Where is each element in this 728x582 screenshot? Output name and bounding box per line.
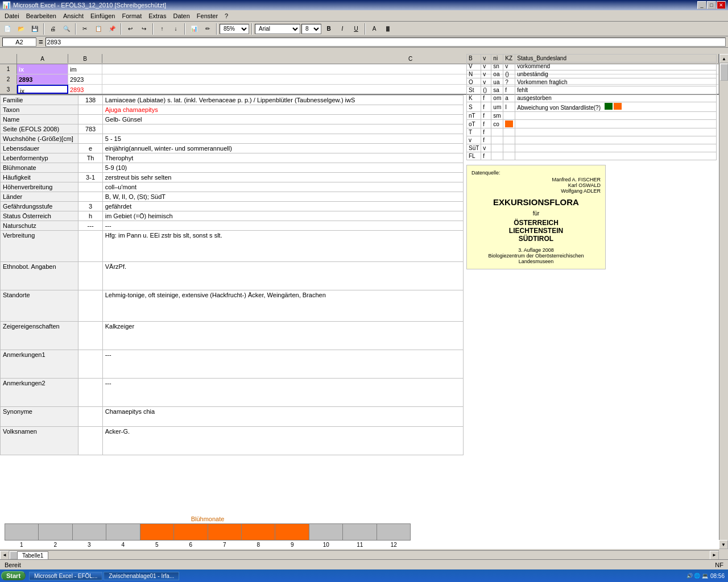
- start-button[interactable]: Start: [1, 571, 26, 580]
- val-om: om: [491, 94, 503, 102]
- menu-datei[interactable]: Datei: [1, 11, 23, 20]
- save-button[interactable]: 💾: [28, 23, 41, 35]
- window-title: Microsoft Excel - EFÖLS3_12_2010 [Schrei…: [13, 2, 166, 9]
- extra-nt: [503, 112, 515, 120]
- formula-bar: =: [0, 36, 728, 48]
- hohenverbreitung-row: Höhenverbreitung coll–u'mont: [1, 182, 464, 192]
- month-6: [174, 524, 208, 540]
- scroll-left-button[interactable]: ◄: [0, 551, 9, 560]
- taskbar-excel[interactable]: Microsoft Excel - EFÖL...: [29, 572, 102, 580]
- scroll-right-button[interactable]: ►: [710, 551, 719, 560]
- orange-indicator: [614, 103, 622, 110]
- menu-fenster[interactable]: Fenster: [193, 11, 221, 20]
- calendar-numbers: 1 2 3 4 5 6 7 8 9 10 11 12: [5, 542, 411, 548]
- scroll-up-button[interactable]: ▲: [719, 54, 728, 63]
- minimize-button[interactable]: _: [697, 1, 706, 9]
- taxon-code: [78, 105, 102, 115]
- status-row-s: S f um I Abweichung von Standardliste(?): [467, 102, 717, 112]
- gefahrdungsstufe-row: Gefährdungsstufe 3 gefährdet: [1, 202, 464, 211]
- font-select[interactable]: Arial: [255, 24, 300, 34]
- menu-format[interactable]: Format: [118, 11, 145, 20]
- wuchshohe-row: Wuchshöhe (-Größe)[cm] 5 - 15: [1, 134, 464, 144]
- draw-button[interactable]: ✏: [201, 23, 214, 35]
- cell-a3[interactable]: ix: [17, 85, 68, 94]
- zoom-select[interactable]: 85% 100%: [220, 24, 249, 34]
- redo-button[interactable]: ↪: [138, 23, 150, 35]
- open-button[interactable]: 📂: [15, 23, 27, 35]
- print-button[interactable]: 🖨: [47, 23, 59, 35]
- new-button[interactable]: 📄: [1, 23, 14, 35]
- cell-a2[interactable]: 2893: [17, 74, 68, 84]
- fill-color-button[interactable]: ▓: [382, 23, 394, 35]
- paste-button[interactable]: 📌: [106, 23, 118, 35]
- book-edition: 3. Auflage 2008: [471, 247, 601, 253]
- maximize-button[interactable]: □: [707, 1, 716, 9]
- month-4: [106, 524, 140, 540]
- month-10: [309, 524, 343, 540]
- taxon-label: Taxon: [1, 105, 78, 115]
- menu-ansicht[interactable]: Ansicht: [60, 11, 87, 20]
- font-color-button[interactable]: A: [368, 23, 380, 35]
- month-2: [39, 524, 72, 540]
- formula-equals: =: [39, 38, 43, 46]
- close-button[interactable]: ✕: [717, 1, 726, 9]
- seite-code: 783: [78, 124, 102, 134]
- bold-button[interactable]: B: [322, 23, 335, 35]
- sort-asc-button[interactable]: ↑: [156, 23, 168, 35]
- horizontal-scrollbar[interactable]: ◄ ►: [0, 550, 719, 559]
- cut-button[interactable]: ✂: [78, 23, 91, 35]
- val-sa: sa: [491, 86, 503, 94]
- month-1: [5, 524, 39, 540]
- anmerkungen2-row: Anmerkungen2 ---: [1, 379, 464, 407]
- preview-button[interactable]: 🔍: [60, 23, 73, 35]
- cell-b1[interactable]: im: [68, 64, 102, 74]
- ethnobot-value: VÄrzPf.: [102, 262, 463, 290]
- cell-b2[interactable]: 2923: [68, 74, 102, 84]
- sort-desc-button[interactable]: ↓: [169, 23, 182, 35]
- hscroll-track[interactable]: [9, 551, 710, 560]
- copy-button[interactable]: 📋: [92, 23, 105, 35]
- cal-num-6: 6: [174, 542, 208, 548]
- menu-daten[interactable]: Daten: [169, 11, 193, 20]
- formula-input[interactable]: [46, 38, 726, 47]
- lebenformentyp-value: Therophyt: [102, 153, 463, 163]
- scroll-down-button[interactable]: ▼: [719, 540, 728, 549]
- cell-a1[interactable]: ix: [17, 64, 68, 74]
- haufigkeit-row: Häufigkeit 3-1 zerstreut bis sehr selten: [1, 173, 464, 182]
- familie-row: Familie 138 Lamiaceae (Labiatae) s. lat.…: [1, 95, 464, 105]
- wuchshohe-label: Wuchshöhe (-Größe)[cm]: [1, 134, 78, 144]
- scroll-thumb[interactable]: [720, 64, 728, 81]
- menu-extras[interactable]: Extras: [145, 11, 169, 20]
- undo-button[interactable]: ↩: [124, 23, 136, 35]
- italic-button[interactable]: I: [336, 23, 349, 35]
- status-osterreich-row: Status Österreich h im Gebiet (=Ö) heimi…: [1, 211, 464, 221]
- row-3-num: 3: [0, 85, 17, 94]
- code-st: St: [467, 86, 481, 94]
- vertical-scrollbar[interactable]: ▲ ▼: [719, 54, 728, 549]
- naturschutz-row: Naturschutz --- ---: [1, 221, 464, 231]
- menu-help[interactable]: ?: [221, 11, 231, 20]
- menu-bearbeiten[interactable]: Bearbeiten: [23, 11, 60, 20]
- name-box[interactable]: [2, 38, 36, 47]
- scroll-track[interactable]: [719, 64, 728, 81]
- font-size-select[interactable]: 8 10 12: [301, 24, 321, 34]
- haufigkeit-value: zerstreut bis sehr selten: [102, 173, 463, 182]
- familie-code: 138: [78, 95, 102, 105]
- sheet-tab-1[interactable]: Tabelle1: [17, 551, 48, 559]
- author-3: Wolfgang ADLER: [471, 188, 601, 194]
- lander-code: [78, 192, 102, 202]
- taskbar-items: Microsoft Excel - EFÖL... Zwischenablage…: [29, 572, 179, 580]
- standorte-code: [78, 290, 102, 322]
- cell-b3[interactable]: 2893: [68, 85, 102, 94]
- menu-einfugen[interactable]: Einfügen: [87, 11, 118, 20]
- anmerkungen1-label: Anmerkungen1: [1, 350, 78, 379]
- underline-button[interactable]: U: [350, 23, 362, 35]
- taskbar-zwischenablage[interactable]: Zwischenablage01 - Irfa...: [104, 572, 179, 580]
- status-row-v: V v sn v vorkommend: [467, 63, 717, 70]
- status-osterreich-value: im Gebiet (=Ö) heimisch: [102, 211, 463, 221]
- sheet-tabs: Tabelle1: [17, 551, 48, 559]
- lebenformentyp-row: Lebenformentyp Th Therophyt: [1, 153, 464, 163]
- book-for-text: für: [471, 210, 601, 217]
- chart-button[interactable]: 📊: [188, 23, 200, 35]
- desc-unbestandig: unbeständig: [515, 70, 717, 78]
